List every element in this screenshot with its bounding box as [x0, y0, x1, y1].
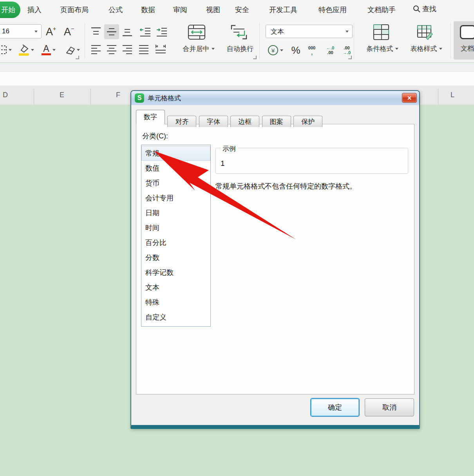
category-item-fraction[interactable]: 分数: [141, 250, 210, 265]
dialog-tab-bar: 数字 对齐 字体 边框 图案 保护: [136, 110, 323, 124]
alignment-group-launcher[interactable]: [253, 56, 257, 59]
category-item-scientific[interactable]: 科学记数: [141, 265, 210, 280]
increase-indent-button[interactable]: [154, 24, 169, 39]
number-format-combobox[interactable]: 文本: [266, 25, 353, 38]
column-header-l[interactable]: L: [450, 91, 454, 99]
menu-tab-formulas[interactable]: 公式: [109, 5, 123, 15]
category-item-date[interactable]: 日期: [141, 205, 210, 220]
sample-value: 1: [221, 159, 225, 168]
group-divider: [450, 23, 451, 59]
increase-decimal-button[interactable]: ←.0 .00: [322, 42, 338, 58]
font-size-combobox[interactable]: 16: [0, 24, 42, 38]
menu-tab-review[interactable]: 审阅: [173, 5, 187, 15]
wrap-text-label[interactable]: 自动换行: [223, 44, 258, 53]
chevron-down-icon: [9, 49, 12, 51]
column-header-e[interactable]: E: [60, 91, 64, 99]
decrease-indent-icon: [139, 27, 151, 37]
conditional-format-label[interactable]: 条件格式: [363, 44, 402, 53]
category-listbox[interactable]: 常规 数值 货币 会计专用 日期 时间 百分比 分数 科学记数 文本 特殊 自定…: [141, 145, 211, 327]
close-icon: ✕: [407, 95, 412, 101]
category-item-special[interactable]: 特殊: [141, 295, 210, 310]
menu-tab-security[interactable]: 安全: [235, 5, 249, 15]
sample-groupbox: 示例 1: [215, 148, 408, 174]
category-item-number[interactable]: 数值: [141, 161, 210, 176]
align-right-button[interactable]: [120, 42, 135, 56]
merge-center-button[interactable]: [186, 23, 207, 42]
table-style-button[interactable]: [415, 23, 435, 42]
category-item-general[interactable]: 常规: [141, 146, 210, 161]
decrease-font-size-button[interactable]: A−: [60, 24, 78, 40]
chevron-down-icon: [212, 48, 215, 50]
category-item-percentage[interactable]: 百分比: [141, 235, 210, 250]
eraser-icon: [65, 44, 76, 55]
tab-pattern[interactable]: 图案: [262, 116, 291, 127]
align-bottom-button[interactable]: [120, 24, 135, 39]
category-item-accounting[interactable]: 会计专用: [141, 191, 210, 205]
ribbon: 16 A+ A−: [0, 20, 474, 63]
tab-number[interactable]: 数字: [136, 110, 165, 124]
formula-bar-area[interactable]: [0, 72, 474, 85]
menu-tab-doc-assistant[interactable]: 文档助手: [367, 5, 396, 15]
menu-tab-view[interactable]: 视图: [206, 5, 220, 15]
font-color-button[interactable]: A: [38, 42, 59, 58]
menu-tab-start[interactable]: 开始: [0, 2, 20, 18]
category-item-currency[interactable]: 货币: [141, 176, 210, 191]
cancel-button[interactable]: 取消: [365, 398, 414, 416]
merge-center-label[interactable]: 合并居中: [177, 44, 220, 53]
eraser-button[interactable]: [61, 42, 83, 58]
find-button[interactable]: 查找: [413, 4, 436, 14]
font-group-launcher[interactable]: [76, 56, 79, 59]
menu-tab-special-apps[interactable]: 特色应用: [318, 5, 347, 15]
font-color-icon: A: [42, 44, 51, 55]
chevron-down-icon: [439, 48, 442, 50]
align-top-button[interactable]: [89, 24, 103, 39]
doc-tool-button[interactable]: 文档: [454, 21, 474, 60]
number-group-launcher[interactable]: [348, 56, 352, 59]
category-item-time[interactable]: 时间: [141, 220, 210, 235]
menu-tab-dev-tools[interactable]: 开发工具: [269, 5, 297, 15]
column-header-f[interactable]: F: [116, 91, 120, 99]
conditional-format-button[interactable]: [371, 23, 391, 42]
align-middle-button[interactable]: [104, 24, 119, 39]
fill-color-button[interactable]: [15, 42, 38, 58]
dialog-close-button[interactable]: ✕: [402, 93, 417, 103]
search-icon: [413, 5, 421, 13]
justify-button[interactable]: [136, 42, 151, 56]
align-left-button[interactable]: [89, 42, 103, 56]
tab-alignment[interactable]: 对齐: [167, 116, 196, 127]
menu-tab-data[interactable]: 数据: [141, 5, 155, 15]
distribute-button[interactable]: [153, 42, 168, 56]
chevron-down-icon: [77, 49, 80, 51]
category-item-text[interactable]: 文本: [141, 280, 210, 295]
dialog-title-bar[interactable]: S 单元格格式: [131, 91, 419, 105]
decrease-decimal-button[interactable]: .00 →.0: [338, 42, 355, 58]
fill-color-icon: [18, 44, 29, 56]
wrap-text-button[interactable]: [229, 23, 249, 42]
dialog-title: 单元格格式: [148, 94, 181, 103]
justify-icon: [138, 44, 150, 54]
category-label: 分类(C):: [142, 131, 168, 141]
conditional-format-icon: [373, 24, 389, 40]
column-divider: [34, 89, 34, 105]
thousands-separator-button[interactable]: 000 ,: [304, 42, 320, 58]
percent-format-button[interactable]: %: [288, 42, 303, 58]
tab-font[interactable]: 字体: [199, 116, 228, 127]
app-window: 开始 插入 页面布局 公式 数据 审阅 视图 安全 开发工具 特色应用 文档助手…: [0, 0, 474, 476]
menu-tab-page-layout[interactable]: 页面布局: [60, 5, 89, 15]
category-item-custom[interactable]: 自定义: [141, 310, 210, 325]
sample-label: 示例: [221, 144, 238, 153]
align-middle-icon: [106, 26, 118, 37]
align-center-button[interactable]: [104, 42, 119, 56]
decrease-indent-button[interactable]: [137, 24, 153, 39]
increase-font-size-button[interactable]: A+: [42, 24, 60, 40]
ok-button[interactable]: 确定: [311, 398, 359, 416]
table-style-label[interactable]: 表格样式: [407, 44, 446, 53]
borders-button[interactable]: [0, 42, 13, 58]
currency-format-button[interactable]: ¥: [265, 42, 285, 58]
table-style-icon: [417, 24, 433, 40]
tab-border[interactable]: 边框: [230, 116, 259, 127]
tab-protection[interactable]: 保护: [293, 116, 322, 127]
menu-bar: 开始 插入 页面布局 公式 数据 审阅 视图 安全 开发工具 特色应用 文档助手…: [0, 0, 474, 20]
column-header-d[interactable]: D: [3, 91, 8, 99]
menu-tab-insert[interactable]: 插入: [27, 5, 42, 15]
